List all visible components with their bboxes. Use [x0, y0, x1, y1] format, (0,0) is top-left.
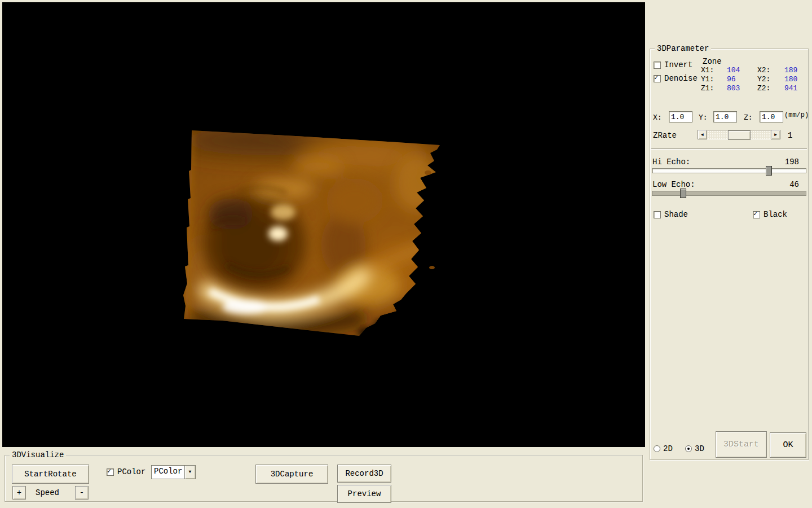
- speed-plus-button[interactable]: +: [12, 486, 26, 500]
- speed-label: Speed: [36, 488, 59, 497]
- x-scale-input[interactable]: [669, 111, 692, 122]
- zone-x1-label: X1:: [701, 66, 722, 75]
- z-scale-label: Z:: [744, 113, 753, 122]
- separator: [651, 148, 807, 150]
- start-3d-button: 3DStart: [716, 431, 767, 458]
- y-scale-input[interactable]: [713, 111, 737, 122]
- hi-echo-slider[interactable]: [652, 168, 806, 173]
- pcolor-checkbox[interactable]: ✓ PColor: [107, 467, 145, 476]
- low-echo-label: Low Echo:: [652, 180, 695, 189]
- zone-x2-label: X2:: [757, 66, 780, 75]
- denoise-checkbox-box: ✓: [654, 75, 661, 82]
- hi-echo-value: 198: [785, 157, 799, 167]
- mode-2d-radio-label: 2D: [663, 444, 673, 453]
- black-checkbox-box: ✓: [753, 211, 760, 218]
- mode-3d-radio[interactable]: 3D: [685, 444, 704, 453]
- low-echo-slider-thumb[interactable]: [680, 189, 686, 198]
- ok-button[interactable]: OK: [770, 432, 806, 458]
- scale-unit-label: (mm/p): [784, 111, 809, 119]
- invert-checkbox-label: Invert: [664, 60, 692, 69]
- visualize-group: 3DVisualize StartRotate ✓ PColor PColor …: [5, 455, 643, 502]
- pcolor-dropdown[interactable]: PColor ▼: [151, 465, 196, 479]
- zone-values: X1: 104 X2: 189 Y1: 96 Y2: 180 Z1: 803 Z…: [701, 66, 812, 93]
- mode-3d-radio-label: 3D: [695, 444, 704, 453]
- check-icon: ✓: [753, 210, 757, 218]
- zone-y2-label: Y2:: [757, 75, 780, 84]
- check-icon: ✓: [107, 467, 111, 476]
- hi-echo-label: Hi Echo:: [652, 157, 690, 167]
- x-scale-label: X:: [653, 113, 662, 122]
- zone-x2-value: 189: [780, 66, 812, 75]
- capture-3d-button[interactable]: 3DCapture: [255, 465, 328, 484]
- low-echo-slider[interactable]: [652, 191, 806, 196]
- parameter-group: 3DParameter ✓ Invert ✓ Denoise Zone X1: …: [650, 49, 809, 460]
- pcolor-dropdown-value: PColor: [152, 466, 184, 479]
- low-echo-value: 46: [789, 180, 799, 189]
- pcolor-checkbox-label: PColor: [117, 467, 145, 476]
- render-viewport[interactable]: [2, 2, 645, 447]
- z-scale-input[interactable]: [760, 111, 783, 122]
- scroll-right-icon[interactable]: ►: [771, 130, 780, 139]
- y-scale-label: Y:: [699, 113, 708, 122]
- preview-button[interactable]: Preview: [337, 485, 391, 503]
- record-3d-button[interactable]: Record3D: [337, 465, 391, 483]
- visualize-group-title: 3DVisualize: [10, 450, 66, 459]
- mode-3d-radio-circle: [685, 445, 692, 452]
- zrate-value: 1: [788, 131, 792, 140]
- zone-z2-label: Z2:: [757, 84, 780, 93]
- black-checkbox[interactable]: ✓ Black: [753, 210, 787, 219]
- mode-2d-radio[interactable]: 2D: [654, 444, 673, 453]
- denoise-checkbox[interactable]: ✓ Denoise: [654, 74, 698, 83]
- hi-echo-slider-thumb[interactable]: [766, 166, 772, 176]
- zrate-scrollbar[interactable]: ◄ ►: [698, 130, 780, 139]
- parameter-group-title: 3DParameter: [655, 44, 711, 53]
- zrate-scrollbar-track[interactable]: [707, 130, 771, 139]
- zone-x1-value: 104: [722, 66, 757, 75]
- ultrasound-3d-render: [2, 2, 645, 447]
- pcolor-checkbox-box: ✓: [107, 468, 114, 476]
- zone-z1-value: 803: [722, 84, 757, 93]
- invert-checkbox-box: ✓: [654, 62, 661, 69]
- denoise-checkbox-label: Denoise: [664, 74, 698, 83]
- zone-z2-value: 941: [780, 84, 812, 93]
- zone-title: Zone: [703, 57, 722, 66]
- check-icon: ✓: [654, 74, 658, 82]
- zone-y2-value: 180: [780, 75, 812, 84]
- zrate-scrollbar-thumb[interactable]: [728, 130, 751, 140]
- speed-minus-button[interactable]: -: [75, 486, 89, 500]
- black-checkbox-label: Black: [764, 210, 787, 219]
- mode-2d-radio-circle: [654, 445, 660, 452]
- zone-y1-label: Y1:: [701, 75, 722, 84]
- shade-checkbox-box: ✓: [654, 211, 661, 218]
- zrate-label: ZRate: [653, 131, 677, 140]
- invert-checkbox[interactable]: ✓ Invert: [654, 60, 692, 69]
- chevron-down-icon: ▼: [184, 466, 195, 479]
- zone-y1-value: 96: [722, 75, 757, 84]
- start-rotate-button[interactable]: StartRotate: [12, 465, 89, 484]
- scroll-left-icon[interactable]: ◄: [698, 130, 707, 139]
- zone-z1-label: Z1:: [701, 84, 722, 93]
- shade-checkbox[interactable]: ✓ Shade: [654, 210, 688, 219]
- shade-checkbox-label: Shade: [664, 210, 688, 219]
